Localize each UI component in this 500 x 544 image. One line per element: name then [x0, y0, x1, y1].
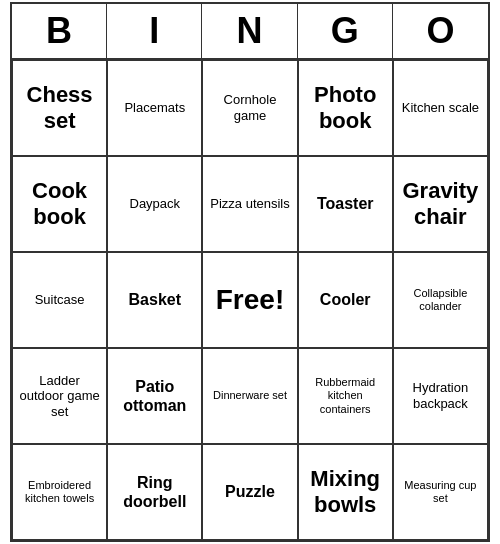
- bingo-header-letter: G: [298, 4, 393, 58]
- cell-text: Suitcase: [35, 292, 85, 308]
- cell-text: Puzzle: [225, 482, 275, 501]
- bingo-cell: Cornhole game: [202, 60, 297, 156]
- cell-text: Daypack: [130, 196, 181, 212]
- cell-text: Ring doorbell: [112, 473, 197, 511]
- cell-text: Photo book: [303, 82, 388, 135]
- bingo-cell: Embroidered kitchen towels: [12, 444, 107, 540]
- bingo-header-letter: O: [393, 4, 488, 58]
- cell-text: Collapsible colander: [398, 287, 483, 313]
- bingo-cell: Rubbermaid kitchen containers: [298, 348, 393, 444]
- bingo-cell: Puzzle: [202, 444, 297, 540]
- cell-text: Embroidered kitchen towels: [17, 479, 102, 505]
- bingo-cell: Toaster: [298, 156, 393, 252]
- cell-text: Patio ottoman: [112, 377, 197, 415]
- bingo-header-letter: N: [202, 4, 297, 58]
- bingo-cell: Ladder outdoor game set: [12, 348, 107, 444]
- bingo-cell: Mixing bowls: [298, 444, 393, 540]
- bingo-cell: Suitcase: [12, 252, 107, 348]
- bingo-cell: Ring doorbell: [107, 444, 202, 540]
- cell-text: Measuring cup set: [398, 479, 483, 505]
- cell-text: Basket: [129, 290, 181, 309]
- bingo-cell: Measuring cup set: [393, 444, 488, 540]
- bingo-cell: Daypack: [107, 156, 202, 252]
- bingo-cell: Free!: [202, 252, 297, 348]
- bingo-cell: Collapsible colander: [393, 252, 488, 348]
- cell-text: Cook book: [17, 178, 102, 231]
- bingo-header: BINGO: [12, 4, 488, 60]
- cell-text: Cornhole game: [207, 92, 292, 123]
- cell-text: Toaster: [317, 194, 374, 213]
- cell-text: Free!: [216, 283, 284, 317]
- cell-text: Hydration backpack: [398, 380, 483, 411]
- bingo-cell: Basket: [107, 252, 202, 348]
- cell-text: Mixing bowls: [303, 466, 388, 519]
- bingo-cell: Chess set: [12, 60, 107, 156]
- cell-text: Ladder outdoor game set: [17, 373, 102, 420]
- bingo-card: BINGO Chess setPlacematsCornhole gamePho…: [10, 2, 490, 542]
- cell-text: Placemats: [124, 100, 185, 116]
- bingo-cell: Photo book: [298, 60, 393, 156]
- bingo-cell: Cook book: [12, 156, 107, 252]
- bingo-cell: Cooler: [298, 252, 393, 348]
- bingo-cell: Pizza utensils: [202, 156, 297, 252]
- cell-text: Gravity chair: [398, 178, 483, 231]
- cell-text: Rubbermaid kitchen containers: [303, 376, 388, 416]
- bingo-cell: Dinnerware set: [202, 348, 297, 444]
- cell-text: Pizza utensils: [210, 196, 289, 212]
- bingo-cell: Patio ottoman: [107, 348, 202, 444]
- cell-text: Kitchen scale: [402, 100, 479, 116]
- bingo-cell: Placemats: [107, 60, 202, 156]
- bingo-header-letter: I: [107, 4, 202, 58]
- bingo-cell: Gravity chair: [393, 156, 488, 252]
- bingo-header-letter: B: [12, 4, 107, 58]
- bingo-cell: Hydration backpack: [393, 348, 488, 444]
- cell-text: Chess set: [17, 82, 102, 135]
- cell-text: Dinnerware set: [213, 389, 287, 402]
- cell-text: Cooler: [320, 290, 371, 309]
- bingo-grid: Chess setPlacematsCornhole gamePhoto boo…: [12, 60, 488, 540]
- bingo-cell: Kitchen scale: [393, 60, 488, 156]
